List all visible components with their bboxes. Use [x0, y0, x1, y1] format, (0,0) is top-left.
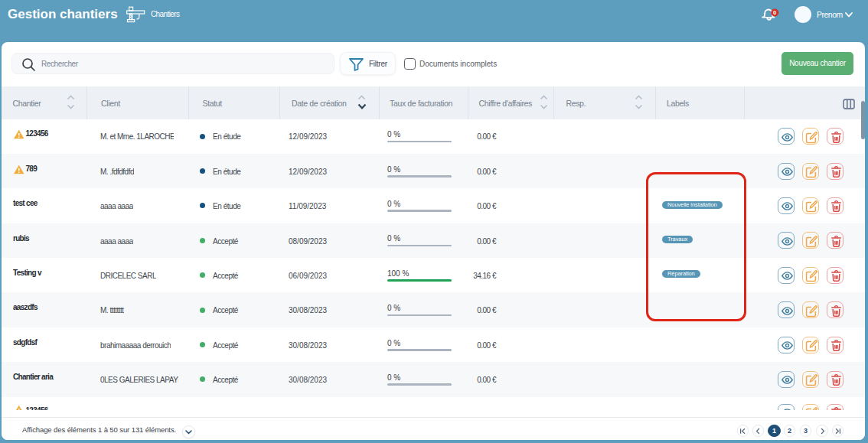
svg-text:0: 0: [773, 9, 776, 16]
